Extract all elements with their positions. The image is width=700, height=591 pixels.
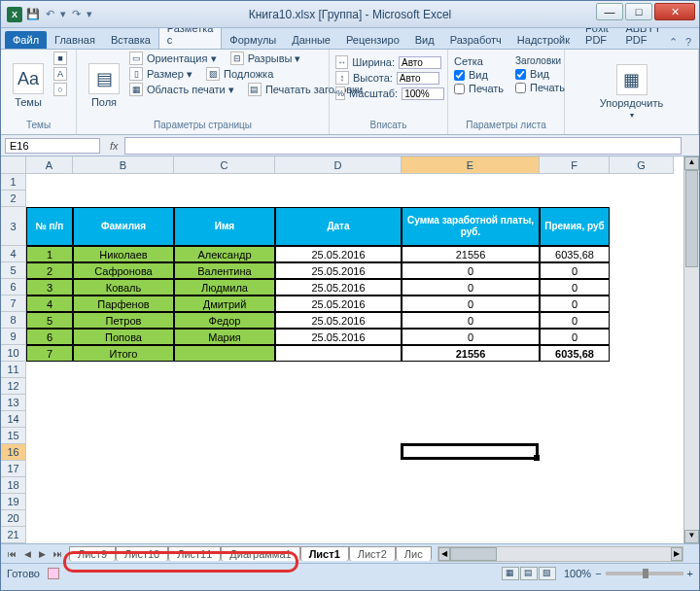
- colors-icon[interactable]: ■: [53, 52, 67, 65]
- zoom-slider[interactable]: [606, 572, 683, 575]
- zoom-thumb[interactable]: [643, 569, 648, 578]
- sheet-tab-Лист9[interactable]: Лист9: [69, 546, 116, 561]
- scroll-left-icon[interactable]: ◀: [438, 547, 450, 561]
- horizontal-scrollbar[interactable]: ◀ ▶: [438, 546, 683, 562]
- cell[interactable]: Итого: [73, 345, 174, 362]
- cell[interactable]: Валентина: [174, 262, 275, 279]
- cell[interactable]: 0: [540, 296, 610, 312]
- cell[interactable]: Петров: [73, 312, 174, 329]
- print-area-button[interactable]: Область печати ▾: [147, 84, 234, 96]
- cell[interactable]: Фамилия: [73, 207, 174, 246]
- row-head-7[interactable]: 7: [1, 296, 26, 312]
- sheet-nav-last[interactable]: ⏭: [51, 549, 65, 559]
- sheet-nav-prev[interactable]: ◀: [21, 549, 34, 559]
- sheet-tab-Лист1[interactable]: Лист1: [300, 546, 349, 561]
- spreadsheet-grid[interactable]: ABCDEFG 12345678910111213141516171819202…: [1, 156, 699, 543]
- zoom-out[interactable]: −: [595, 568, 601, 579]
- row-head-3[interactable]: 3: [1, 207, 26, 246]
- cell[interactable]: Попова: [73, 329, 174, 345]
- cell[interactable]: Николаев: [73, 246, 174, 262]
- cell[interactable]: 7: [26, 345, 73, 362]
- width-input[interactable]: [399, 56, 441, 69]
- margins-button[interactable]: ▤ Поля: [83, 52, 125, 120]
- col-head-F[interactable]: F: [540, 156, 610, 174]
- themes-button[interactable]: Aa Темы: [7, 52, 50, 120]
- tab-view[interactable]: Вид: [407, 31, 442, 49]
- effects-icon[interactable]: ○: [53, 83, 67, 96]
- row-head-13[interactable]: 13: [1, 395, 26, 411]
- cell[interactable]: 0: [402, 329, 540, 345]
- cell[interactable]: Дмитрий: [174, 296, 275, 312]
- row-head-8[interactable]: 8: [1, 312, 26, 329]
- cell[interactable]: 3: [26, 279, 73, 296]
- view-page-layout[interactable]: ▤: [520, 567, 538, 580]
- tab-review[interactable]: Рецензиро: [338, 31, 407, 49]
- grid-view-checkbox[interactable]: [454, 70, 465, 81]
- scroll-up-icon[interactable]: ▲: [684, 156, 699, 170]
- row-head-10[interactable]: 10: [1, 345, 26, 362]
- tab-file[interactable]: Файл: [5, 31, 47, 49]
- sheet-tab-Лист11[interactable]: Лист11: [168, 546, 221, 561]
- tab-data[interactable]: Данные: [284, 31, 338, 49]
- breaks-button[interactable]: Разрывы ▾: [248, 52, 301, 65]
- headings-view-checkbox[interactable]: [515, 69, 526, 80]
- cell[interactable]: 21556: [402, 246, 540, 262]
- height-input[interactable]: [397, 72, 439, 85]
- row-head-6[interactable]: 6: [1, 279, 26, 296]
- cell[interactable]: Сафронова: [73, 262, 174, 279]
- row-head-5[interactable]: 5: [1, 262, 26, 279]
- sheet-tab-Лист10[interactable]: Лист10: [116, 546, 168, 561]
- col-head-C[interactable]: C: [174, 156, 275, 174]
- arrange-button[interactable]: ▦ Упорядочить ▾: [594, 60, 669, 123]
- view-page-break[interactable]: ▧: [539, 567, 556, 580]
- cell[interactable]: Имя: [174, 207, 275, 246]
- cell[interactable]: Александр: [174, 246, 275, 262]
- tab-home[interactable]: Главная: [47, 31, 103, 49]
- scroll-right-icon[interactable]: ▶: [671, 547, 682, 561]
- row-head-12[interactable]: 12: [1, 378, 26, 395]
- row-head-11[interactable]: 11: [1, 362, 26, 378]
- minimize-button[interactable]: —: [596, 3, 623, 20]
- cell[interactable]: Коваль: [73, 279, 174, 296]
- cell[interactable]: 0: [402, 262, 540, 279]
- cell[interactable]: Людмила: [174, 279, 275, 296]
- cell[interactable]: Премия, руб: [540, 207, 610, 246]
- cell[interactable]: [174, 345, 275, 362]
- cell[interactable]: Сумма заработной платы, руб.: [402, 207, 540, 246]
- cell[interactable]: 0: [402, 312, 540, 329]
- formula-input[interactable]: [124, 137, 682, 155]
- sheet-tab-Лист2[interactable]: Лист2: [349, 546, 396, 561]
- sheet-nav-next[interactable]: ▶: [36, 549, 49, 559]
- macro-record-icon[interactable]: [48, 568, 59, 579]
- row-head-14[interactable]: 14: [1, 411, 26, 428]
- cell[interactable]: 25.05.2016: [275, 329, 402, 345]
- size-button[interactable]: Размер ▾: [147, 68, 192, 81]
- help-icon[interactable]: ?: [685, 36, 691, 49]
- cell[interactable]: Дата: [275, 207, 402, 246]
- cell[interactable]: [275, 345, 402, 362]
- fx-icon[interactable]: fx: [104, 140, 124, 152]
- cell[interactable]: 25.05.2016: [275, 246, 402, 262]
- tab-formulas[interactable]: Формулы: [222, 31, 284, 49]
- cell[interactable]: 0: [540, 329, 610, 345]
- scale-input[interactable]: [402, 87, 444, 100]
- cell[interactable]: 6035,68: [540, 246, 610, 262]
- row-head-1[interactable]: 1: [1, 174, 26, 191]
- cell[interactable]: 5: [26, 312, 73, 329]
- qat-down[interactable]: ▾: [60, 8, 66, 20]
- cell[interactable]: 0: [540, 312, 610, 329]
- cell[interactable]: 25.05.2016: [275, 312, 402, 329]
- row-head-15[interactable]: 15: [1, 428, 26, 444]
- view-normal[interactable]: ▦: [502, 567, 519, 580]
- hscroll-thumb[interactable]: [450, 547, 497, 561]
- qat-undo[interactable]: ↶: [46, 8, 54, 20]
- sheet-nav-first[interactable]: ⏮: [5, 549, 19, 559]
- row-head-9[interactable]: 9: [1, 329, 26, 345]
- tab-insert[interactable]: Вставка: [103, 31, 158, 49]
- col-head-E[interactable]: E: [402, 156, 540, 174]
- zoom-level[interactable]: 100%: [564, 568, 591, 579]
- tab-addins[interactable]: Надстройк: [509, 31, 578, 49]
- row-head-17[interactable]: 17: [1, 461, 26, 477]
- tab-developer[interactable]: Разработч: [442, 31, 509, 49]
- cell[interactable]: 21556: [402, 345, 540, 362]
